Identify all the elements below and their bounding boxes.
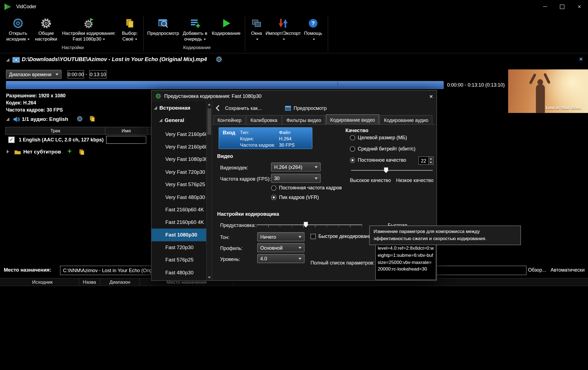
- spin-up-icon[interactable]: [430, 158, 432, 159]
- dialog-tab[interactable]: Контейнер: [213, 115, 246, 124]
- maximize-button[interactable]: [553, 0, 571, 13]
- minimize-button[interactable]: [536, 0, 553, 13]
- range-mode-dropdown[interactable]: Диапазон времени: [6, 70, 62, 79]
- open-source-label: Открыть: [9, 31, 27, 36]
- windows-icon: [251, 16, 262, 31]
- add-subtitle-icon[interactable]: +: [67, 147, 71, 155]
- destination-label: Место назначения:: [4, 267, 51, 273]
- scrollbar-thumb[interactable]: [207, 109, 211, 135]
- quality-value-spinner[interactable]: 22: [418, 156, 434, 165]
- figure-arm: [529, 73, 537, 84]
- radio-target-size[interactable]: Целевой размер (МБ): [350, 135, 407, 141]
- dialog-close-icon[interactable]: ×: [429, 93, 433, 99]
- radio-vfr[interactable]: Пик кадров (VFR): [271, 194, 319, 200]
- save-as-button[interactable]: Сохранить как...: [225, 105, 262, 111]
- dialog-title-bar[interactable]: Предустановка кодирования: Fast 1080p30 …: [151, 90, 437, 102]
- column-name[interactable]: Имя: [105, 127, 147, 134]
- radio-avg-bitrate[interactable]: Средний битрейт (кбит/с): [350, 146, 415, 152]
- vidcoder-logo-icon: [4, 3, 13, 10]
- preset-tree-item[interactable]: Fast 2160p60 4K: [151, 216, 206, 229]
- source-expander-icon[interactable]: [6, 58, 9, 61]
- preset-tree-item[interactable]: Very Fast 1080p30: [151, 153, 206, 166]
- browse-button[interactable]: Обзор...: [528, 267, 546, 273]
- maximize-icon: [560, 4, 564, 9]
- preset-tree-item[interactable]: Very Fast 480p30: [151, 191, 206, 203]
- video-codec-label: Видеокодек:: [220, 165, 248, 170]
- dialog-tab[interactable]: Кодирование видео: [326, 115, 379, 125]
- profile-dropdown[interactable]: Основной: [257, 243, 305, 252]
- radio-icon: [350, 146, 355, 151]
- range-start-input[interactable]: 0:00:00: [67, 70, 84, 78]
- slider-thumb[interactable]: [384, 167, 388, 173]
- radio-cfr[interactable]: Постоянная частота кадров: [271, 185, 342, 191]
- scroll-down-icon[interactable]: [208, 277, 211, 278]
- dialog-tab[interactable]: Фильтры видео: [282, 115, 325, 124]
- spin-down-icon[interactable]: [430, 162, 432, 163]
- track-name-input[interactable]: [106, 136, 147, 144]
- preset-tree-item[interactable]: Fast 720p30: [151, 241, 206, 254]
- auto-name-button[interactable]: Автоматически: [550, 267, 584, 273]
- preset-tree-item[interactable]: Very Fast 2160p60: [151, 128, 206, 141]
- spinner-arrows[interactable]: [428, 157, 433, 164]
- import-export-button[interactable]: Импорт/Экспорт: [265, 15, 301, 42]
- radio-constant-quality[interactable]: Постоянное качество: [350, 157, 406, 163]
- column-track[interactable]: Трек: [6, 127, 105, 134]
- dialog-tab[interactable]: Калибровка: [246, 115, 282, 124]
- help-button[interactable]: ? Помощь: [301, 15, 325, 42]
- import-export-arrows-icon: [277, 16, 289, 31]
- figure-arm: [543, 73, 551, 84]
- preset-tree-item[interactable]: Fast 576p25: [151, 254, 206, 266]
- preset-tree-item[interactable]: Very Fast 576p25: [151, 178, 206, 191]
- add-to-queue-button[interactable]: Добавить в очередь: [180, 15, 210, 42]
- audio-expander-icon[interactable]: [6, 118, 9, 121]
- preview-thumbnail[interactable]: Lost in Your Echo: [508, 69, 588, 113]
- preset-tree-item[interactable]: Fast 2160p60 4K: [151, 203, 206, 216]
- encoding-settings-button[interactable]: Настройки кодирования: Fast 1080p30: [59, 15, 118, 42]
- subtitles-copy-icon[interactable]: [79, 149, 85, 155]
- video-fps-label: Частота кадров (FPS):: [220, 176, 271, 182]
- tune-dropdown[interactable]: Ничего: [257, 232, 305, 241]
- back-button[interactable]: [215, 105, 220, 112]
- preset-picker-button[interactable]: Выбор: Своё: [119, 15, 141, 42]
- quality-slider[interactable]: [351, 167, 433, 174]
- queue-column-header[interactable]: Исходник: [6, 278, 79, 286]
- radio-icon: [271, 185, 276, 190]
- seek-range-bar[interactable]: [6, 81, 444, 89]
- chevron-down-icon: [56, 73, 59, 75]
- video-codec-dropdown[interactable]: H.264 (x264): [271, 163, 321, 172]
- general-settings-button[interactable]: Общие настройки: [33, 15, 59, 42]
- fast-decode-checkbox[interactable]: Быстрое декодирование: [311, 234, 374, 239]
- range-end-input[interactable]: 0:13:10: [89, 70, 107, 78]
- preset-tree-item[interactable]: Fast 1080p30: [151, 229, 206, 241]
- open-source-button[interactable]: Открыть исходник: [3, 15, 33, 42]
- encode-button[interactable]: Кодирование: [210, 15, 242, 36]
- preset-tree-item[interactable]: Very Fast 720p30: [151, 166, 206, 178]
- scroll-up-icon[interactable]: [208, 104, 211, 106]
- radio-checked-icon: [271, 195, 276, 200]
- windows-menu-button[interactable]: Окна: [248, 15, 266, 42]
- track-checkbox[interactable]: ✓: [8, 136, 15, 143]
- tree-group-general[interactable]: General: [159, 117, 184, 123]
- queue-column-header[interactable]: Назва: [79, 278, 100, 286]
- level-dropdown[interactable]: 4.0: [257, 254, 305, 263]
- dropdown-arrow-icon: [27, 39, 30, 40]
- queue-column-header[interactable]: Диапазон: [100, 278, 140, 286]
- audio-settings-gear-icon[interactable]: [76, 116, 83, 122]
- preview-button[interactable]: Предпросмотр: [146, 15, 180, 36]
- video-fps-dropdown[interactable]: 30: [271, 174, 321, 183]
- params-textarea[interactable]: level=4.0:ref=2:8x8dct=0:weightp=1:subme…: [375, 244, 436, 280]
- input-box-title: Вход: [223, 130, 235, 136]
- window-controls: ×: [536, 0, 588, 13]
- tree-root-builtin[interactable]: Встроенная: [154, 105, 190, 111]
- preset-tree-item[interactable]: Fast 480p30: [151, 266, 206, 279]
- close-source-icon[interactable]: ×: [579, 56, 583, 63]
- source-settings-gear-icon[interactable]: [216, 56, 222, 63]
- close-button[interactable]: ×: [571, 0, 588, 13]
- encoder-preset-slider[interactable]: [257, 221, 362, 228]
- dialog-preview-button[interactable]: Предпросмотр: [294, 105, 327, 111]
- audio-copy-icon[interactable]: [89, 116, 95, 122]
- tree-scrollbar[interactable]: [206, 102, 212, 280]
- dialog-tab[interactable]: Кодирование аудио: [380, 115, 432, 124]
- preset-tree-item[interactable]: Very Fast 2160p60: [151, 141, 206, 153]
- subtitles-expander-icon[interactable]: [7, 150, 9, 153]
